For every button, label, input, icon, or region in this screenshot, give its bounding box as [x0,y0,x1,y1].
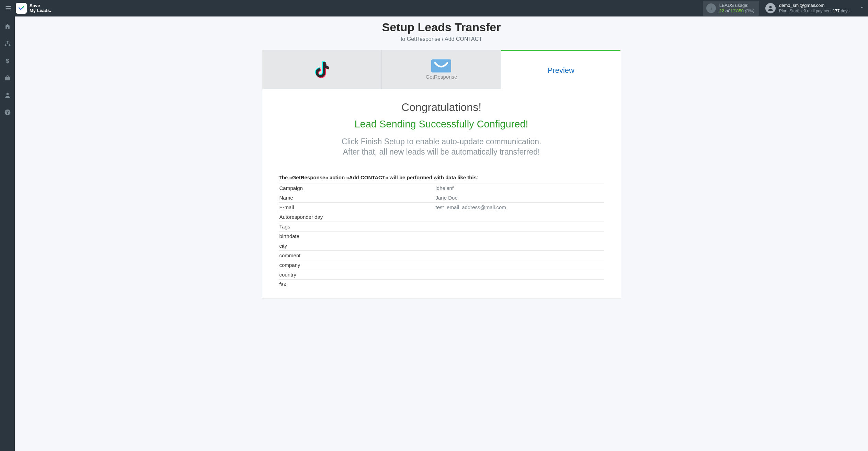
field-value [435,231,604,241]
tab-preview-label: Preview [548,66,574,75]
tab-destination[interactable]: GetResponse [382,50,501,89]
user-avatar-icon [765,3,776,13]
wizard-card: GetResponse Preview Congratulations! Lea… [262,50,621,299]
hamburger-icon [5,5,12,12]
data-preview-intro: The «GetResponse» action «Add CONTACT» w… [279,174,604,180]
field-value [435,260,604,270]
home-icon [4,23,11,30]
field-key: company [279,260,435,270]
svg-text:$: $ [6,58,9,64]
svg-rect-6 [7,41,8,42]
svg-rect-4 [711,8,711,10]
field-value [435,212,604,222]
briefcase-icon [4,75,11,81]
sitemap-icon [4,40,11,47]
field-value: ldhelenf [435,183,604,193]
usage-label: LEADS usage: [719,3,754,8]
instruction-text: Click Finish Setup to enable auto-update… [279,137,604,157]
svg-point-3 [710,7,711,7]
field-value: Jane Doe [435,193,604,202]
field-value: test_email_address@mail.com [435,202,604,212]
field-key: comment [279,250,435,260]
brand-logo[interactable]: Save My Leads. [16,3,51,14]
congrats-heading: Congratulations! [279,101,604,114]
table-row: Tags [279,222,604,231]
table-row: fax [279,279,604,289]
chevron-down-icon [859,5,865,12]
page-title: Setup Leads Transfer [15,21,868,34]
tab-source[interactable] [262,50,382,89]
svg-rect-2 [6,10,11,10]
field-key: Name [279,193,435,202]
menu-toggle[interactable] [3,3,13,13]
svg-rect-1 [6,8,11,9]
field-value [435,222,604,231]
user-email: demo_sml@gmail.com [779,3,849,9]
table-row: city [279,241,604,250]
svg-text:?: ? [6,110,9,114]
table-row: Campaignldhelenf [279,183,604,193]
user-icon [4,92,11,99]
field-value [435,270,604,279]
svg-rect-8 [9,45,10,46]
wizard-tabs: GetResponse Preview [262,50,621,89]
table-row: Autoresponder day [279,212,604,222]
sidebar-item-home[interactable] [2,21,13,32]
table-row: comment [279,250,604,260]
field-key: Autoresponder day [279,212,435,222]
field-key: E-mail [279,202,435,212]
field-key: Campaign [279,183,435,193]
sidebar: $ ? [0,16,15,451]
logo-mark [16,3,27,14]
user-menu[interactable]: demo_sml@gmail.com Plan |Start| left unt… [765,3,865,14]
svg-point-11 [6,93,9,95]
checkmark-icon [18,4,25,12]
field-key: fax [279,279,435,289]
sidebar-item-help[interactable]: ? [2,107,13,117]
field-key: Tags [279,222,435,231]
help-icon: ? [4,109,11,116]
svg-rect-7 [4,45,6,46]
table-row: country [279,270,604,279]
field-value [435,250,604,260]
getresponse-logo: GetResponse [426,59,457,80]
field-value [435,241,604,250]
main-content: Setup Leads Transfer to GetResponse / Ad… [15,16,868,451]
svg-rect-0 [6,6,11,7]
success-heading: Lead Sending Successfully Configured! [279,119,604,130]
svg-rect-10 [5,77,10,80]
brand-name: Save My Leads. [30,3,51,13]
field-key: country [279,270,435,279]
data-preview-table: CampaignldhelenfNameJane DoeE-mailtest_e… [279,183,604,289]
table-row: birthdate [279,231,604,241]
tab-preview[interactable]: Preview [501,50,620,89]
sidebar-item-account[interactable] [2,90,13,100]
tiktok-icon [312,60,331,79]
table-row: NameJane Doe [279,193,604,202]
page-subtitle: to GetResponse / Add CONTACT [15,36,868,42]
leads-usage-widget: LEADS usage: 22 of 13'850 (0%) [703,1,759,16]
usage-values: 22 of 13'850 (0%) [719,8,754,14]
user-plan: Plan |Start| left until payment 177 days [779,9,849,14]
svg-point-5 [769,6,772,8]
table-row: E-mailtest_email_address@mail.com [279,202,604,212]
field-key: city [279,241,435,250]
field-key: birthdate [279,231,435,241]
info-icon [706,3,716,13]
dollar-icon: $ [4,57,11,64]
sidebar-item-billing[interactable]: $ [2,56,13,66]
field-value [435,279,604,289]
sidebar-item-tools[interactable] [2,73,13,83]
sidebar-item-connections[interactable] [2,38,13,49]
table-row: company [279,260,604,270]
topbar: Save My Leads. LEADS usage: 22 of 13'850… [0,0,868,16]
smile-icon [434,61,448,70]
